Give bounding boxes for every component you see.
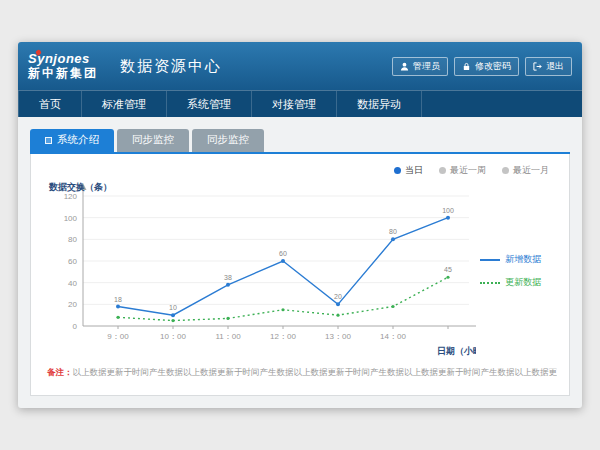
content-area: 系统介绍 同步监控 同步监控 当日 最近一周 [18,117,582,408]
legend-updated-data: 更新数据 [480,276,557,289]
svg-text:20: 20 [68,300,77,309]
svg-text:18: 18 [114,296,122,303]
header-actions: 管理员 修改密码 退出 [392,57,572,76]
svg-text:11：00: 11：00 [215,332,241,341]
tab-bar: 系统介绍 同步监控 同步监控 [30,129,570,154]
legend-label: 新增数据 [505,253,541,266]
tab-label: 同步监控 [207,133,249,147]
svg-text:38: 38 [224,274,232,281]
legend-label: 更新数据 [505,276,541,289]
footnote-prefix: 备注： [47,367,73,377]
filter-label: 最近一周 [450,164,486,177]
chart-legend: 新增数据 更新数据 [476,253,557,289]
logout-button[interactable]: 退出 [525,57,572,76]
nav-item-system-mgmt[interactable]: 系统管理 [167,91,252,117]
svg-text:100: 100 [64,214,78,223]
radio-dot-icon [439,167,446,174]
svg-text:45: 45 [444,266,452,273]
svg-text:100: 100 [442,207,454,214]
footnote: 备注：以上数据更新于时间产生数据以上数据更新于时间产生数据以上数据更新于时间产生… [43,361,557,381]
tab-sync-monitor-2[interactable]: 同步监控 [192,129,264,152]
svg-text:12：00: 12：00 [270,332,296,341]
legend-line-icon [480,282,500,284]
company-logo: Synjones 新中新集团 [28,52,112,79]
logo-text-cn: 新中新集团 [28,67,98,80]
svg-text:60: 60 [279,250,287,257]
filter-last-month[interactable]: 最近一月 [502,164,549,177]
admin-user-button[interactable]: 管理员 [392,57,448,76]
chart-panel: 当日 最近一周 最近一月 0204060801001209：0010：0011：… [30,154,570,396]
line-chart: 0204060801001209：0010：0011：0012：0013：001… [43,181,476,361]
tab-system-intro[interactable]: 系统介绍 [30,129,114,152]
tab-sync-monitor-1[interactable]: 同步监控 [117,129,189,152]
user-icon [400,62,409,71]
logout-icon [533,62,542,71]
tab-label: 系统介绍 [57,133,99,147]
change-password-label: 修改密码 [475,60,511,73]
svg-text:40: 40 [68,279,77,288]
logout-label: 退出 [546,60,564,73]
svg-text:80: 80 [68,235,77,244]
filter-label: 最近一月 [513,164,549,177]
svg-text:13：00: 13：00 [325,332,351,341]
svg-text:数据交换（条）: 数据交换（条） [48,182,112,192]
filter-today[interactable]: 当日 [394,164,423,177]
svg-text:120: 120 [64,192,78,201]
change-password-button[interactable]: 修改密码 [454,57,519,76]
app-header: Synjones 新中新集团 数据资源中心 管理员 修改密码 退出 [18,42,582,90]
nav-item-connect-mgmt[interactable]: 对接管理 [252,91,337,117]
nav-item-home[interactable]: 首页 [18,91,82,117]
admin-user-label: 管理员 [413,60,440,73]
svg-text:10: 10 [169,304,177,311]
page-title: 数据资源中心 [120,57,222,76]
nav-item-standard-mgmt[interactable]: 标准管理 [82,91,167,117]
svg-text:60: 60 [68,257,77,266]
svg-text:10：00: 10：00 [160,332,186,341]
svg-text:0: 0 [73,322,78,331]
radio-dot-icon [502,167,509,174]
filter-last-week[interactable]: 最近一周 [439,164,486,177]
svg-text:日期（小时）: 日期（小时） [437,346,476,356]
range-filter-group: 当日 最近一周 最近一月 [43,162,557,181]
nav-item-data-change[interactable]: 数据异动 [337,91,422,117]
tab-icon [45,137,52,144]
svg-text:14：00: 14：00 [380,332,406,341]
svg-text:80: 80 [389,228,397,235]
app-window: Synjones 新中新集团 数据资源中心 管理员 修改密码 退出 [18,42,582,408]
legend-line-icon [480,259,500,261]
svg-text:20: 20 [334,293,342,300]
footnote-text: 以上数据更新于时间产生数据以上数据更新于时间产生数据以上数据更新于时间产生数据以… [73,367,558,377]
radio-dot-icon [394,167,401,174]
chart-area: 0204060801001209：0010：0011：0012：0013：001… [43,181,557,361]
tab-label: 同步监控 [132,133,174,147]
legend-new-data: 新增数据 [480,253,557,266]
svg-text:9：00: 9：00 [107,332,129,341]
main-nav: 首页 标准管理 系统管理 对接管理 数据异动 [18,90,582,117]
filter-label: 当日 [405,164,423,177]
lock-icon [462,62,471,71]
